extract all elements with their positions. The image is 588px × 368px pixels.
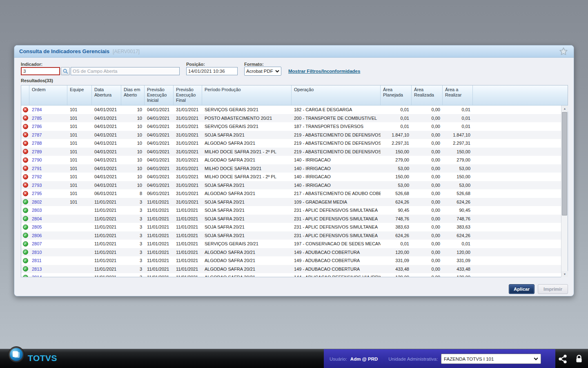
order-number-link[interactable]: 2789 <box>32 149 42 154</box>
equipe-cell: 101 <box>67 148 92 156</box>
table-row[interactable]: ✕279310104/01/20211004/01/202131/01/2021… <box>21 181 568 190</box>
indicador-input[interactable] <box>21 67 60 75</box>
order-number-link[interactable]: 2803 <box>32 208 42 213</box>
table-row[interactable]: ✓281011/01/2021311/01/202111/01/2021ALGO… <box>21 248 568 257</box>
column-header[interactable]: Previsão Execução Inicial <box>145 85 174 105</box>
order-number-link[interactable]: 2806 <box>32 233 42 238</box>
area-planejada-cell: 0,01 <box>381 105 412 114</box>
order-number-link[interactable]: 2784 <box>32 107 42 112</box>
area-a-realizar-cell: 150,00 <box>443 148 473 156</box>
column-header[interactable]: Área a Realizar <box>443 85 473 105</box>
order-number-link[interactable]: 2802 <box>32 200 42 204</box>
order-number-link[interactable]: 2785 <box>32 116 42 121</box>
table-row[interactable]: ✓280210111/01/2021311/01/202131/01/2021S… <box>21 198 568 206</box>
order-number-link[interactable]: 2786 <box>32 124 42 129</box>
operacao-cell: 217 - ABASTECIMENTO DE ADUBO COBER <box>292 189 381 198</box>
table-row[interactable]: ✕278410104/01/20211004/01/202131/01/2021… <box>21 105 568 114</box>
operacao-cell: 140 - IRRIGACAO <box>292 181 381 190</box>
table-row[interactable]: ✓280311/01/2021311/01/202111/01/2021SOJA… <box>21 206 568 215</box>
success-icon: ✓ <box>23 275 28 277</box>
equipe-cell <box>67 240 92 248</box>
order-number-link[interactable]: 2814 <box>32 275 42 277</box>
previsao-final-cell: 31/01/2021 <box>174 122 202 131</box>
lock-icon[interactable] <box>574 354 584 364</box>
table-row[interactable]: ✓281411/01/2021311/01/202111/01/2021ALGO… <box>21 273 568 277</box>
table-row[interactable]: ✓281311/01/2021311/01/202111/01/2021ALGO… <box>21 265 568 274</box>
table-row[interactable]: ✕279210104/01/20211004/01/202131/01/2021… <box>21 173 568 181</box>
column-header[interactable]: Período Produção <box>202 85 292 105</box>
column-header[interactable]: Previsão Execução Final <box>174 85 202 105</box>
area-a-realizar-cell: 624,26 <box>443 198 473 206</box>
status-cell: ✓ <box>21 273 29 277</box>
previsao-final-cell: 11/01/2021 <box>174 240 202 248</box>
order-number-link[interactable]: 2795 <box>32 191 42 196</box>
table-header: Ordem Equipe Data Abertura Dias em Abert… <box>21 85 568 105</box>
table-row[interactable]: ✕278510104/01/20211004/01/202131/01/2021… <box>21 114 568 123</box>
column-header[interactable]: Equipe <box>67 85 92 105</box>
order-number-link[interactable]: 2788 <box>32 141 42 146</box>
periodo-producao-cell: MILHO DOCE SAFRA 20/21 - 2º PL <box>202 173 292 181</box>
table-row[interactable]: ✓280611/01/2021311/01/202111/01/2021SOJA… <box>21 231 568 240</box>
table-row[interactable]: ✓280711/01/2021311/01/202111/01/2021SERV… <box>21 240 568 248</box>
table-row[interactable]: ✕279010104/01/20211004/01/202131/01/2021… <box>21 156 568 164</box>
area-realizada-cell: 0,00 <box>412 173 443 181</box>
equipe-cell: 101 <box>67 198 92 206</box>
data-abertura-cell: 04/01/2021 <box>92 114 121 123</box>
data-abertura-cell: 04/01/2021 <box>92 181 121 190</box>
table-row[interactable]: ✓281111/01/2021311/01/202111/01/2021ALGO… <box>21 256 568 265</box>
order-number-link[interactable]: 2791 <box>32 166 42 171</box>
scrollbar-thumb[interactable] <box>562 112 567 215</box>
unidade-administrativa-select[interactable]: FAZENDA TOTVS I 101 <box>441 354 541 364</box>
table-row[interactable]: ✕278710104/01/20211004/01/202131/01/2021… <box>21 131 568 139</box>
order-number-link[interactable]: 2790 <box>32 157 42 162</box>
periodo-producao-cell: SOJA SAFRA 20/21 <box>202 223 292 231</box>
filler-cell <box>473 139 568 148</box>
ordem-cell: 2803 <box>29 206 67 215</box>
table-row[interactable]: ✓280511/01/2021311/01/202111/01/2021SOJA… <box>21 223 568 231</box>
order-number-link[interactable]: 2810 <box>32 250 42 255</box>
data-abertura-cell: 04/01/2021 <box>92 122 121 131</box>
order-number-link[interactable]: 2792 <box>32 174 42 179</box>
table-row[interactable]: ✕279510106/01/2021806/01/202131/01/2021A… <box>21 189 568 198</box>
column-header[interactable]: Área Realizada <box>412 85 443 105</box>
table-row[interactable]: ✕278610104/01/20211004/01/202131/01/2021… <box>21 122 568 131</box>
equipe-cell <box>67 273 92 277</box>
order-number-link[interactable]: 2787 <box>32 132 42 137</box>
column-header[interactable]: Ordem <box>29 85 67 105</box>
status-cell: ✕ <box>21 114 29 123</box>
ordem-cell: 2788 <box>29 139 67 148</box>
search-button[interactable] <box>61 67 70 75</box>
scroll-down-button[interactable]: ▼ <box>561 271 568 277</box>
posicao-input[interactable] <box>186 67 238 75</box>
table-row[interactable]: ✕279110104/01/20211004/01/202131/01/2021… <box>21 164 568 173</box>
order-number-link[interactable]: 2813 <box>32 267 42 272</box>
order-number-link[interactable]: 2807 <box>32 241 42 246</box>
status-cell: ✕ <box>21 122 29 131</box>
status-cell: ✓ <box>21 215 29 223</box>
column-header[interactable]: Data Abertura <box>92 85 121 105</box>
order-number-link[interactable]: 2793 <box>32 183 42 188</box>
aplicar-button[interactable]: Aplicar <box>509 284 535 294</box>
favorite-star-icon[interactable] <box>558 46 569 57</box>
column-header[interactable]: Dias em Aberto <box>121 85 145 105</box>
vertical-scrollbar[interactable]: ▲ ▼ <box>561 105 568 277</box>
area-a-realizar-cell: 120,00 <box>443 248 473 257</box>
column-header[interactable]: Operação <box>292 85 381 105</box>
table-row[interactable]: ✕278910104/01/20211004/01/202131/01/2021… <box>21 148 568 156</box>
share-icon[interactable] <box>558 354 568 364</box>
table-row[interactable]: ✓280411/01/2021311/01/202111/01/2021SOJA… <box>21 215 568 223</box>
status-cell: ✓ <box>21 240 29 248</box>
scroll-up-button[interactable]: ▲ <box>561 105 568 112</box>
area-realizada-cell: 0,00 <box>412 248 443 257</box>
order-number-link[interactable]: 2805 <box>32 224 42 229</box>
formato-select[interactable]: Acrobat PDF <box>244 67 281 76</box>
imprimir-button[interactable]: Imprimir <box>538 284 568 294</box>
success-icon: ✓ <box>23 258 28 263</box>
order-number-link[interactable]: 2811 <box>32 258 42 263</box>
mostrar-filtros-link[interactable]: Mostrar Filtros/Inconformidades <box>288 69 360 74</box>
dias-em-aberto-cell: 8 <box>121 189 145 198</box>
table-row[interactable]: ✕278810104/01/20211004/01/202131/01/2021… <box>21 139 568 148</box>
area-a-realizar-cell: 0,01 <box>443 240 473 248</box>
order-number-link[interactable]: 2804 <box>32 216 42 221</box>
column-header[interactable]: Área Planejada <box>381 85 412 105</box>
